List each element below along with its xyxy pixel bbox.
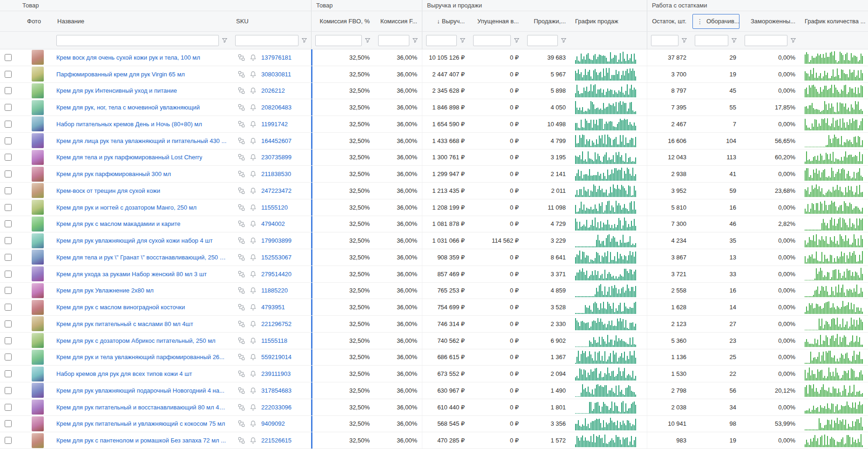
bell-icon[interactable]: [250, 54, 257, 61]
bell-icon[interactable]: [250, 337, 257, 344]
compare-icon[interactable]: [238, 104, 245, 111]
compare-icon[interactable]: [238, 121, 245, 128]
bell-icon[interactable]: [250, 154, 257, 161]
bell-icon[interactable]: [250, 320, 257, 327]
product-name-link[interactable]: Крем для рук питательный и восстанавлива…: [56, 404, 227, 411]
row-checkbox[interactable]: [5, 54, 12, 61]
product-name-link[interactable]: Крем для рук питательный с маслами 80 мл…: [56, 320, 193, 327]
product-name-link[interactable]: Парфюмированный крем для рук Virgin 65 м…: [56, 71, 185, 78]
product-name-link[interactable]: Крем для тела и рук \" Гранат \" восстан…: [56, 254, 227, 261]
sku-link[interactable]: 4793951: [261, 304, 285, 311]
product-name-link[interactable]: Крем для рук с пантенолом и ромашкой Без…: [56, 437, 226, 444]
sku-link[interactable]: 2026212: [261, 87, 285, 94]
bell-icon[interactable]: [250, 254, 257, 261]
row-checkbox[interactable]: [5, 337, 12, 344]
sku-link[interactable]: 308030811: [261, 71, 291, 78]
product-name-link[interactable]: Крем для рук Интенсивный уход и питание: [56, 87, 177, 94]
sku-link[interactable]: 152553067: [261, 254, 292, 261]
sku-link[interactable]: 221296752: [261, 320, 292, 327]
filter-funnel-icon[interactable]: [514, 37, 520, 43]
lost-revenue-filter-input[interactable]: [473, 35, 511, 46]
row-checkbox[interactable]: [5, 170, 12, 177]
filter-funnel-icon[interactable]: [790, 37, 796, 43]
filter-funnel-icon[interactable]: [460, 37, 466, 43]
row-checkbox[interactable]: [5, 71, 12, 78]
compare-icon[interactable]: [238, 337, 245, 344]
product-name-link[interactable]: Крем для ухода за руками Набор женский 8…: [56, 271, 207, 278]
row-checkbox[interactable]: [5, 437, 12, 444]
bell-icon[interactable]: [250, 220, 257, 227]
filter-funnel-icon[interactable]: [561, 37, 567, 43]
compare-icon[interactable]: [238, 237, 245, 244]
filter-funnel-icon[interactable]: [412, 37, 418, 43]
compare-icon[interactable]: [238, 271, 245, 278]
filter-funnel-icon[interactable]: [301, 37, 307, 43]
compare-icon[interactable]: [238, 354, 245, 361]
sku-link[interactable]: 11991742: [261, 121, 288, 128]
sku-link[interactable]: 208206483: [261, 104, 292, 111]
row-checkbox[interactable]: [5, 370, 12, 377]
product-name-link[interactable]: Набор кремов для рук для всех типов кожи…: [56, 370, 192, 377]
row-checkbox[interactable]: [5, 137, 12, 144]
turnover-selected-column-box[interactable]: ⋮ Оборачив...: [692, 14, 739, 29]
compare-icon[interactable]: [238, 71, 245, 78]
bell-icon[interactable]: [250, 204, 257, 211]
row-checkbox[interactable]: [5, 387, 12, 394]
bell-icon[interactable]: [250, 137, 257, 144]
sku-link[interactable]: 211838530: [261, 170, 291, 177]
bell-icon[interactable]: [250, 170, 257, 177]
col-header-photo[interactable]: Фото: [22, 11, 53, 31]
revenue-filter-input[interactable]: [426, 35, 457, 46]
commission-fbo-filter-input[interactable]: [315, 35, 362, 46]
col-header-turnover[interactable]: ⋮ Оборачив...: [691, 11, 741, 31]
product-name-link[interactable]: Крем для рук, ног, тела с мочевиной увла…: [56, 104, 200, 111]
product-name-link[interactable]: Крем воск для очень сухой кожи рук и тел…: [56, 54, 200, 61]
compare-icon[interactable]: [238, 137, 245, 144]
row-checkbox[interactable]: [5, 354, 12, 361]
col-header-sku[interactable]: SKU: [231, 11, 311, 31]
product-name-link[interactable]: Крем для лица рук тела увлажняющий и пит…: [56, 137, 226, 144]
row-checkbox[interactable]: [5, 104, 12, 111]
compare-icon[interactable]: [238, 370, 245, 377]
bell-icon[interactable]: [250, 187, 257, 194]
stock-filter-input[interactable]: [651, 35, 678, 46]
compare-icon[interactable]: [238, 387, 245, 394]
filter-funnel-icon[interactable]: [681, 37, 687, 43]
sku-link[interactable]: 279514420: [261, 271, 292, 278]
turnover-filter-input[interactable]: [695, 35, 728, 46]
bell-icon[interactable]: [250, 420, 257, 427]
bell-icon[interactable]: [250, 354, 257, 361]
product-name-link[interactable]: Набор питательных кремов День и Ночь (80…: [56, 121, 202, 128]
col-header-quantity-chart[interactable]: График количества ...: [800, 11, 868, 31]
row-checkbox[interactable]: [5, 237, 12, 244]
product-name-link[interactable]: Крем для рук с маслом макадамии и карите: [56, 220, 180, 227]
compare-icon[interactable]: [238, 170, 245, 177]
col-header-revenue[interactable]: ↓Выруч...: [422, 11, 469, 31]
sku-link[interactable]: 559219014: [261, 354, 292, 361]
row-checkbox[interactable]: [5, 187, 12, 194]
row-checkbox[interactable]: [5, 121, 12, 128]
row-checkbox[interactable]: [5, 220, 12, 227]
product-name-link[interactable]: Крем для рук и ногтей с дозатором Манго,…: [56, 204, 197, 211]
compare-icon[interactable]: [238, 420, 245, 427]
bell-icon[interactable]: [250, 121, 257, 128]
product-name-link[interactable]: Крем для рук и тела увлажняющий парфюмир…: [56, 354, 224, 361]
sku-link[interactable]: 179903899: [261, 237, 292, 244]
compare-icon[interactable]: [238, 437, 245, 444]
compare-icon[interactable]: [238, 287, 245, 294]
bell-icon[interactable]: [250, 104, 257, 111]
sku-link[interactable]: 11555118: [261, 337, 287, 344]
row-checkbox[interactable]: [5, 271, 12, 278]
row-checkbox[interactable]: [5, 420, 12, 427]
row-checkbox[interactable]: [5, 320, 12, 327]
filter-funnel-icon[interactable]: [731, 37, 737, 43]
bell-icon[interactable]: [250, 370, 257, 377]
compare-icon[interactable]: [238, 187, 245, 194]
col-header-sales[interactable]: Продажи,...: [523, 11, 570, 31]
product-name-link[interactable]: Крем-воск от трещин для сухой кожи: [56, 187, 160, 194]
bell-icon[interactable]: [250, 404, 257, 411]
product-name-link[interactable]: Крем для рук увлажняющий подарочный Ново…: [56, 387, 224, 394]
compare-icon[interactable]: [238, 320, 245, 327]
compare-icon[interactable]: [238, 204, 245, 211]
product-name-link[interactable]: Крем для рук с дозатором Абрикос питател…: [56, 337, 216, 344]
